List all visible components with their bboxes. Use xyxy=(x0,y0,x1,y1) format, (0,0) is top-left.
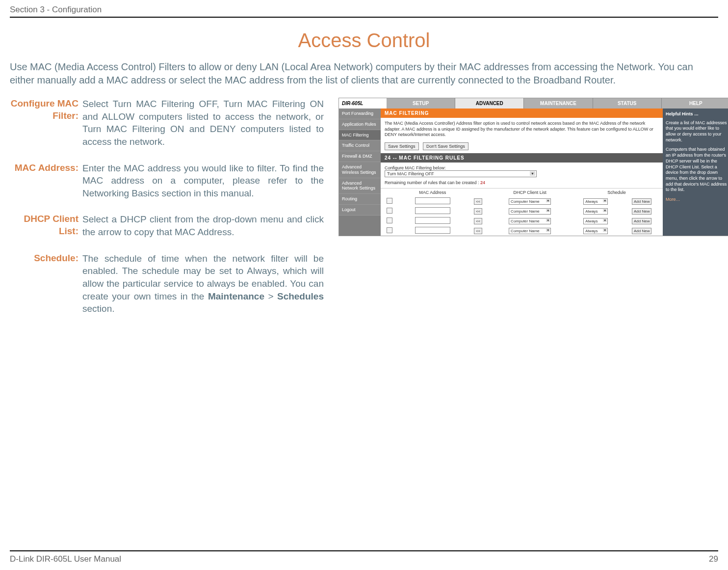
tab-advanced[interactable]: ADVANCED xyxy=(455,98,524,109)
tab-setup[interactable]: SETUP xyxy=(387,98,455,109)
def-body-schedule: The schedule of time when the network fi… xyxy=(82,252,324,315)
schedule-select[interactable]: Always xyxy=(583,228,608,234)
help-title: Helpful Hints … xyxy=(666,111,728,117)
mac-filtering-mode-select[interactable]: Turn MAC Filtering OFF xyxy=(385,170,537,177)
save-settings-button[interactable]: Save Settings xyxy=(385,142,419,150)
router-sidebar: Port Forwarding Application Rules MAC Fi… xyxy=(339,109,381,236)
nav-logout[interactable]: Logout xyxy=(339,205,381,216)
rule-enable-checkbox[interactable] xyxy=(387,208,392,214)
dhcp-client-select[interactable]: Computer Name xyxy=(509,218,551,224)
copy-mac-button[interactable]: << xyxy=(474,198,482,205)
panel-mac-filtering-desc: The MAC (Media Access Controller) Addres… xyxy=(381,118,663,141)
schedule-bold-maintenance: Maintenance xyxy=(208,291,264,301)
add-new-button[interactable]: Add New xyxy=(632,198,651,205)
def-label-configure: Configure MAC Filter: xyxy=(10,98,82,148)
table-row: << Computer Name Always Add New xyxy=(381,206,663,216)
nav-routing[interactable]: Routing xyxy=(339,194,381,205)
tab-status[interactable]: STATUS xyxy=(593,98,662,109)
router-model-logo: DIR-605L xyxy=(339,98,387,109)
rule-enable-checkbox[interactable] xyxy=(387,198,392,204)
schedule-bold-schedules: Schedules xyxy=(277,291,324,301)
help-panel: Helpful Hints … Create a list of MAC add… xyxy=(663,109,728,236)
router-screenshot: DIR-605L SETUP ADVANCED MAINTENANCE STAT… xyxy=(338,98,728,236)
schedule-gt: > xyxy=(264,291,277,301)
schedule-select[interactable]: Always xyxy=(583,208,608,215)
filter-rules-table: MAC Address DHCP Client List Schedule <<… xyxy=(381,188,663,236)
add-new-button[interactable]: Add New xyxy=(632,208,651,215)
schedule-text-post: section. xyxy=(82,303,114,314)
th-mac-address: MAC Address xyxy=(398,189,467,197)
table-row: << Computer Name Always Add New xyxy=(381,216,663,226)
remaining-count: 24 xyxy=(480,180,485,185)
rule-enable-checkbox[interactable] xyxy=(387,227,392,233)
footer-page-number: 29 xyxy=(709,554,718,564)
copy-mac-button[interactable]: << xyxy=(474,218,482,224)
rule-enable-checkbox[interactable] xyxy=(387,217,392,223)
copy-mac-button[interactable]: << xyxy=(474,208,482,215)
tab-help[interactable]: HELP xyxy=(662,98,728,109)
def-body-dhcp: Select a DHCP client from the drop-down … xyxy=(82,213,324,238)
tab-maintenance[interactable]: MAINTENANCE xyxy=(524,98,593,109)
nav-mac-filtering[interactable]: MAC Filtering xyxy=(339,130,381,141)
def-body-mac: Enter the MAC address you would like to … xyxy=(82,162,324,200)
def-label-mac: MAC Address: xyxy=(10,162,82,200)
mac-address-input[interactable] xyxy=(415,197,450,204)
mac-address-input[interactable] xyxy=(415,217,450,224)
table-row: << Computer Name Always Add New xyxy=(381,226,663,236)
dhcp-client-select[interactable]: Computer Name xyxy=(509,228,551,234)
th-dhcp-client-list: DHCP Client List xyxy=(489,189,571,197)
definition-list: Configure MAC Filter: Select Turn MAC Fi… xyxy=(10,98,324,329)
dhcp-client-select[interactable]: Computer Name xyxy=(509,198,551,205)
def-label-dhcp: DHCP Client List: xyxy=(10,213,82,238)
th-schedule: Schedule xyxy=(571,189,663,197)
nav-traffic-control[interactable]: Traffic Control xyxy=(339,140,381,151)
intro-paragraph: Use MAC (Media Access Control) Filters t… xyxy=(10,60,718,87)
dont-save-settings-button[interactable]: Don't Save Settings xyxy=(423,142,468,150)
help-more-link[interactable]: More… xyxy=(666,197,680,203)
section-header: Section 3 - Configuration xyxy=(10,5,718,18)
schedule-select[interactable]: Always xyxy=(583,198,608,205)
page-title: Access Control xyxy=(10,29,718,52)
nav-application-rules[interactable]: Application Rules xyxy=(339,119,381,130)
nav-adv-wireless[interactable]: Advanced Wireless Settings xyxy=(339,162,381,178)
dhcp-client-select[interactable]: Computer Name xyxy=(509,208,551,215)
copy-mac-button[interactable]: << xyxy=(474,228,482,234)
def-label-schedule: Schedule: xyxy=(10,252,82,315)
panel-rules-header: 24 -- MAC FILTERING RULES xyxy=(381,153,663,163)
nav-port-forwarding[interactable]: Port Forwarding xyxy=(339,109,381,119)
def-body-configure: Select Turn MAC Filtering OFF, Turn MAC … xyxy=(82,98,324,148)
panel-mac-filtering-header: MAC FILTERING xyxy=(381,109,663,118)
nav-firewall-dmz[interactable]: Firewall & DMZ xyxy=(339,151,381,162)
footer-manual-title: D-Link DIR-605L User Manual xyxy=(10,554,121,564)
remaining-label: Remaining number of rules that can be cr… xyxy=(385,180,480,185)
add-new-button[interactable]: Add New xyxy=(632,218,651,224)
mac-address-input[interactable] xyxy=(415,227,450,234)
mac-address-input[interactable] xyxy=(415,207,450,214)
help-paragraph-1: Create a list of MAC addresses that you … xyxy=(666,120,728,143)
table-row: << Computer Name Always Add New xyxy=(381,196,663,206)
schedule-select[interactable]: Always xyxy=(583,218,608,224)
nav-adv-network[interactable]: Advanced Network Settings xyxy=(339,178,381,194)
configure-label: Configure MAC Filtering below: xyxy=(385,165,659,170)
add-new-button[interactable]: Add New xyxy=(632,228,651,234)
help-paragraph-2: Computers that have obtained an IP addre… xyxy=(666,147,728,193)
